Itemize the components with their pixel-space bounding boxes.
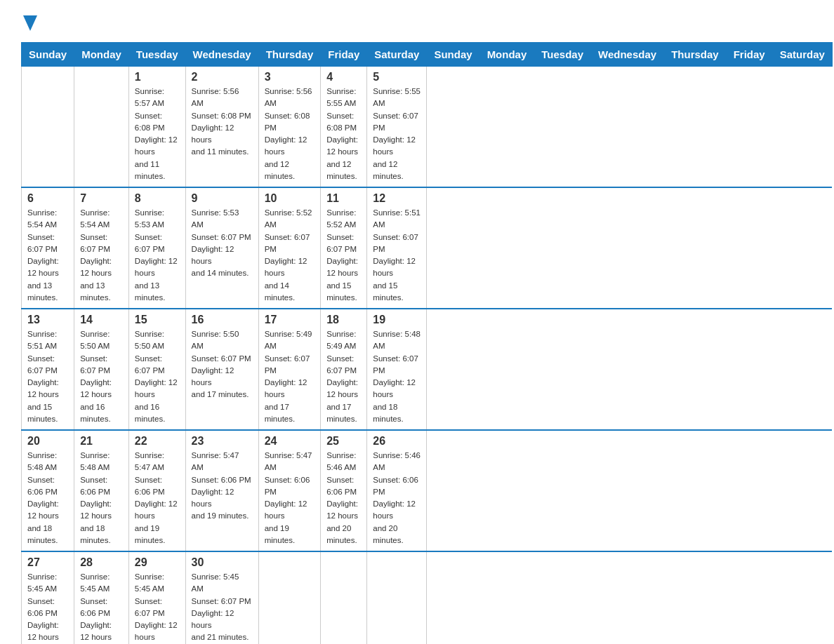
day-info: Sunrise: 5:51 AM Sunset: 6:07 PM Dayligh… bbox=[373, 207, 421, 304]
calendar-cell: 10Sunrise: 5:52 AM Sunset: 6:07 PM Dayli… bbox=[258, 187, 321, 309]
day-info: Sunrise: 5:48 AM Sunset: 6:07 PM Dayligh… bbox=[373, 328, 421, 425]
day-number: 19 bbox=[373, 314, 421, 326]
calendar-cell: 25Sunrise: 5:46 AM Sunset: 6:06 PM Dayli… bbox=[321, 430, 367, 551]
day-info: Sunrise: 5:46 AM Sunset: 6:06 PM Dayligh… bbox=[373, 450, 421, 546]
calendar-cell: 17Sunrise: 5:49 AM Sunset: 6:07 PM Dayli… bbox=[258, 309, 321, 430]
day-info: Sunrise: 5:50 AM Sunset: 6:07 PM Dayligh… bbox=[135, 328, 180, 425]
day-info: Sunrise: 5:54 AM Sunset: 6:07 PM Dayligh… bbox=[80, 207, 123, 304]
day-number: 18 bbox=[326, 314, 361, 326]
calendar-cell: 8Sunrise: 5:53 AM Sunset: 6:07 PM Daylig… bbox=[128, 187, 185, 309]
header-day-friday: Friday bbox=[726, 43, 772, 67]
day-number: 7 bbox=[80, 192, 123, 205]
calendar-cell: 28Sunrise: 5:45 AM Sunset: 6:06 PM Dayli… bbox=[74, 551, 129, 644]
calendar-week-row: 6Sunrise: 5:54 AM Sunset: 6:07 PM Daylig… bbox=[22, 187, 833, 309]
header-day-tuesday: Tuesday bbox=[534, 43, 591, 67]
calendar-cell: 13Sunrise: 5:51 AM Sunset: 6:07 PM Dayli… bbox=[22, 309, 74, 430]
day-info: Sunrise: 5:47 AM Sunset: 6:06 PM Dayligh… bbox=[192, 450, 253, 523]
day-info: Sunrise: 5:50 AM Sunset: 6:07 PM Dayligh… bbox=[192, 328, 253, 401]
day-number: 21 bbox=[80, 435, 123, 448]
day-info: Sunrise: 5:56 AM Sunset: 6:08 PM Dayligh… bbox=[192, 86, 253, 159]
day-number: 24 bbox=[265, 435, 315, 448]
calendar-cell: 4Sunrise: 5:55 AM Sunset: 6:08 PM Daylig… bbox=[321, 67, 367, 188]
day-number: 23 bbox=[192, 435, 253, 448]
header-cell-thursday: Thursday bbox=[258, 43, 321, 67]
day-info: Sunrise: 5:57 AM Sunset: 6:08 PM Dayligh… bbox=[135, 86, 180, 182]
day-number: 14 bbox=[80, 314, 123, 326]
day-number: 26 bbox=[373, 435, 421, 448]
calendar-cell: 22Sunrise: 5:47 AM Sunset: 6:06 PM Dayli… bbox=[128, 430, 185, 551]
calendar-cell bbox=[22, 67, 74, 188]
calendar-cell: 29Sunrise: 5:45 AM Sunset: 6:07 PM Dayli… bbox=[128, 551, 185, 644]
day-number: 27 bbox=[27, 556, 68, 569]
header-cell-sunday: Sunday bbox=[22, 43, 74, 67]
day-number: 15 bbox=[135, 314, 180, 326]
day-number: 20 bbox=[27, 435, 68, 448]
calendar-cell bbox=[258, 551, 321, 644]
day-info: Sunrise: 5:48 AM Sunset: 6:06 PM Dayligh… bbox=[27, 450, 68, 546]
day-info: Sunrise: 5:47 AM Sunset: 6:06 PM Dayligh… bbox=[135, 450, 180, 546]
calendar-cell bbox=[74, 67, 129, 188]
day-info: Sunrise: 5:45 AM Sunset: 6:06 PM Dayligh… bbox=[27, 571, 68, 644]
day-info: Sunrise: 5:45 AM Sunset: 6:07 PM Dayligh… bbox=[135, 571, 180, 644]
calendar-cell: 3Sunrise: 5:56 AM Sunset: 6:08 PM Daylig… bbox=[258, 67, 321, 188]
calendar-week-row: 13Sunrise: 5:51 AM Sunset: 6:07 PM Dayli… bbox=[22, 309, 833, 430]
day-number: 4 bbox=[326, 71, 361, 83]
day-info: Sunrise: 5:49 AM Sunset: 6:07 PM Dayligh… bbox=[265, 328, 315, 425]
header-day-wednesday: Wednesday bbox=[591, 43, 664, 67]
day-number: 5 bbox=[373, 71, 421, 83]
calendar-cell: 30Sunrise: 5:45 AM Sunset: 6:07 PM Dayli… bbox=[185, 551, 258, 644]
calendar-cell: 15Sunrise: 5:50 AM Sunset: 6:07 PM Dayli… bbox=[128, 309, 185, 430]
day-info: Sunrise: 5:45 AM Sunset: 6:07 PM Dayligh… bbox=[192, 571, 253, 644]
day-info: Sunrise: 5:54 AM Sunset: 6:07 PM Dayligh… bbox=[27, 207, 68, 304]
day-number: 2 bbox=[192, 71, 253, 83]
day-number: 17 bbox=[265, 314, 315, 326]
day-number: 11 bbox=[326, 192, 361, 205]
calendar-cell: 7Sunrise: 5:54 AM Sunset: 6:07 PM Daylig… bbox=[74, 187, 129, 309]
calendar-week-row: 1Sunrise: 5:57 AM Sunset: 6:08 PM Daylig… bbox=[22, 67, 833, 188]
header-cell-wednesday: Wednesday bbox=[185, 43, 258, 67]
header-day-saturday: Saturday bbox=[772, 43, 832, 67]
calendar-cell: 26Sunrise: 5:46 AM Sunset: 6:06 PM Dayli… bbox=[367, 430, 427, 551]
day-info: Sunrise: 5:55 AM Sunset: 6:07 PM Dayligh… bbox=[373, 86, 421, 182]
calendar-cell: 19Sunrise: 5:48 AM Sunset: 6:07 PM Dayli… bbox=[367, 309, 427, 430]
calendar-cell bbox=[367, 551, 427, 644]
header-cell-friday: Friday bbox=[321, 43, 367, 67]
page-header bbox=[21, 14, 813, 28]
day-number: 8 bbox=[135, 192, 180, 205]
day-info: Sunrise: 5:55 AM Sunset: 6:08 PM Dayligh… bbox=[326, 86, 361, 182]
calendar-header-row: SundayMondayTuesdayWednesdayThursdayFrid… bbox=[22, 43, 833, 67]
day-number: 1 bbox=[135, 71, 180, 83]
day-number: 6 bbox=[27, 192, 68, 205]
day-number: 30 bbox=[192, 556, 253, 569]
header-cell-monday: Monday bbox=[74, 43, 129, 67]
calendar-cell: 2Sunrise: 5:56 AM Sunset: 6:08 PM Daylig… bbox=[185, 67, 258, 188]
day-info: Sunrise: 5:56 AM Sunset: 6:08 PM Dayligh… bbox=[265, 86, 315, 182]
day-number: 16 bbox=[192, 314, 253, 326]
day-info: Sunrise: 5:47 AM Sunset: 6:06 PM Dayligh… bbox=[265, 450, 315, 546]
calendar-cell: 12Sunrise: 5:51 AM Sunset: 6:07 PM Dayli… bbox=[367, 187, 427, 309]
calendar-cell: 21Sunrise: 5:48 AM Sunset: 6:06 PM Dayli… bbox=[74, 430, 129, 551]
day-info: Sunrise: 5:52 AM Sunset: 6:07 PM Dayligh… bbox=[265, 207, 315, 304]
day-number: 10 bbox=[265, 192, 315, 205]
calendar-cell: 18Sunrise: 5:49 AM Sunset: 6:07 PM Dayli… bbox=[321, 309, 367, 430]
header-cell-saturday: Saturday bbox=[367, 43, 427, 67]
calendar-cell: 16Sunrise: 5:50 AM Sunset: 6:07 PM Dayli… bbox=[185, 309, 258, 430]
calendar-cell: 5Sunrise: 5:55 AM Sunset: 6:07 PM Daylig… bbox=[367, 67, 427, 188]
header-day-thursday: Thursday bbox=[664, 43, 727, 67]
calendar-cell: 24Sunrise: 5:47 AM Sunset: 6:06 PM Dayli… bbox=[258, 430, 321, 551]
day-number: 13 bbox=[27, 314, 68, 326]
day-number: 29 bbox=[135, 556, 180, 569]
day-info: Sunrise: 5:53 AM Sunset: 6:07 PM Dayligh… bbox=[135, 207, 180, 304]
day-info: Sunrise: 5:45 AM Sunset: 6:06 PM Dayligh… bbox=[80, 571, 123, 644]
logo-triangle-icon bbox=[23, 15, 37, 31]
calendar-table: SundayMondayTuesdayWednesdayThursdayFrid… bbox=[21, 42, 833, 644]
header-cell-tuesday: Tuesday bbox=[128, 43, 185, 67]
calendar-cell: 1Sunrise: 5:57 AM Sunset: 6:08 PM Daylig… bbox=[128, 67, 185, 188]
header-day-monday: Monday bbox=[479, 43, 534, 67]
svg-marker-0 bbox=[23, 15, 37, 31]
day-info: Sunrise: 5:50 AM Sunset: 6:07 PM Dayligh… bbox=[80, 328, 123, 425]
day-number: 22 bbox=[135, 435, 180, 448]
day-info: Sunrise: 5:51 AM Sunset: 6:07 PM Dayligh… bbox=[27, 328, 68, 425]
day-info: Sunrise: 5:53 AM Sunset: 6:07 PM Dayligh… bbox=[192, 207, 253, 280]
day-number: 3 bbox=[265, 71, 315, 83]
